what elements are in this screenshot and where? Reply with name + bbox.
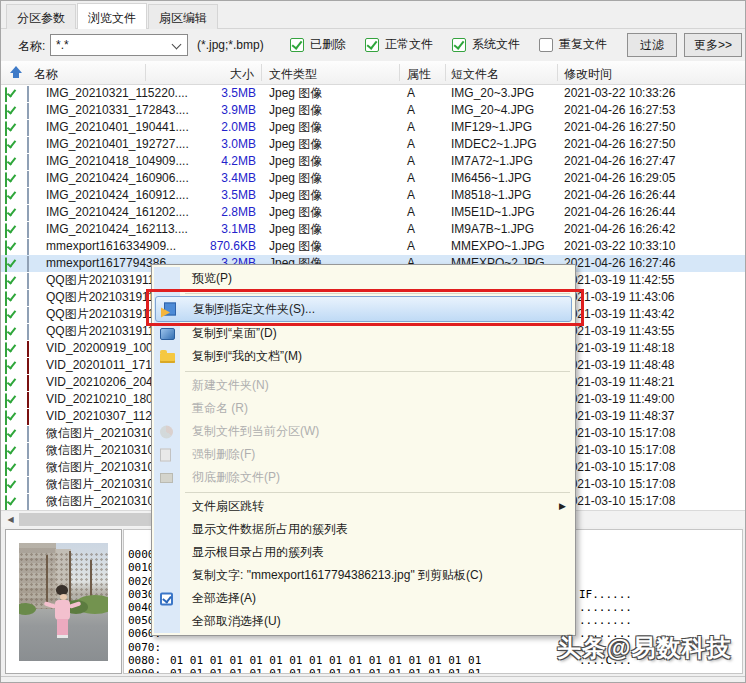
checkbox-checked-icon [5,104,7,120]
column-divider[interactable] [261,64,262,81]
context-menu-item[interactable]: 重命名 (R) [152,397,575,420]
file-attr: A [407,170,447,187]
column-divider[interactable] [557,64,558,81]
menu-item-label: 显示根目录占用的簇列表 [192,545,324,559]
tab-bar: 分区参数 浏览文件 扇区编辑 [1,1,746,29]
context-menu-item[interactable]: 复制文字: "mmexport1617794386213.jpg" 到剪贴板(C… [152,564,575,587]
table-row[interactable]: IMG_20210401_190441.... 2.0MB Jpeg 图像 A … [1,119,746,136]
file-attr: A [407,136,447,153]
file-type: Jpeg 图像 [269,102,401,119]
file-size: 3.4MB [149,170,256,187]
file-attr: A [407,102,447,119]
file-type: Jpeg 图像 [269,136,401,153]
file-type: Jpeg 图像 [269,238,401,255]
context-menu-item[interactable]: 复制到“桌面”(D) [152,322,575,345]
filter-checkbox-item[interactable]: 正常文件 [365,36,433,53]
column-header-shortname[interactable]: 短文件名 [451,66,499,83]
table-row[interactable]: IMG_20210401_192727.... 3.0MB Jpeg 图像 A … [1,136,746,153]
checkbox-icon[interactable] [365,38,379,52]
column-header-size[interactable]: 大小 [151,66,254,83]
file-type-icon [27,375,40,389]
file-modified: 2021-04-26 16:27:47 [564,153,714,170]
menu-item-label: 复制文件到当前分区(W) [192,424,319,438]
context-menu-item[interactable]: 显示文件数据所占用的簇列表 [152,518,575,541]
context-menu-item[interactable]: 新建文件夹(N) [152,374,575,397]
tab-sector-edit[interactable]: 扇区编辑 [148,4,218,29]
table-row[interactable]: IMG_20210418_104909.... 4.2MB Jpeg 图像 A … [1,153,746,170]
checkbox-checked-icon [5,393,7,409]
file-size: 2.0MB [149,119,256,136]
file-type-icon [27,137,40,151]
checkbox-checked-icon [5,444,7,460]
column-header-type[interactable]: 文件类型 [269,66,317,83]
scrollbar-thumb[interactable] [19,513,151,526]
table-row[interactable]: IMG_20210331_172843.... 3.9MB Jpeg 图像 A … [1,102,746,119]
filter-checkbox-item[interactable]: 重复文件 [539,36,607,53]
checkbox-checked-icon [5,172,7,188]
checkbox-checked-icon [5,206,7,222]
column-divider[interactable] [145,64,146,81]
tab-partition-params[interactable]: 分区参数 [6,4,76,29]
file-modified: 2021-03-19 11:49:00 [564,391,714,408]
file-attr: A [407,187,447,204]
menu-item-label: 复制到“我的文档”(M) [192,349,302,363]
table-row[interactable]: IMG_20210424_162113.... 3.1MB Jpeg 图像 A … [1,221,746,238]
file-icon [27,239,29,255]
context-menu-item[interactable]: 复制到“我的文档”(M) [152,345,575,368]
table-row[interactable]: IMG_20210424_160912.... 3.5MB Jpeg 图像 A … [1,187,746,204]
menu-item-label: 复制到指定文件夹(S)... [193,302,315,316]
checkbox-checked-icon [5,87,7,103]
filter-checkbox-item[interactable]: 已删除 [290,36,346,53]
checkbox-checked-icon [5,155,7,171]
column-divider[interactable] [399,64,400,81]
filter-checkbox-item[interactable]: 系统文件 [452,36,520,53]
more-button[interactable]: 更多>> [684,33,742,57]
checkbox-icon[interactable] [452,38,466,52]
file-modified: 2021-04-26 16:26:44 [564,204,714,221]
context-menu-item[interactable]: 显示根目录占用的簇列表 [152,541,575,564]
file-icon [27,120,29,136]
file-modified: 2021-04-26 16:27:50 [564,119,714,136]
file-modified: 2021-03-10 15:17:08 [564,493,714,510]
name-pattern-combobox[interactable]: *.* [50,34,188,56]
table-row[interactable]: mmexport1616334909... 870.6KB Jpeg 图像 A … [1,238,746,255]
menu-item-label: 重命名 (R) [192,401,248,415]
context-menu-item[interactable]: 复制文件到当前分区(W) [152,420,575,443]
context-menu-item[interactable]: 强制删除(F) [152,443,575,466]
extension-hint: (*.jpg;*.bmp) [197,38,264,52]
file-size: 870.6KB [149,238,256,255]
file-icon [27,477,29,493]
column-header-name[interactable]: 名称 [34,66,58,83]
context-menu-item[interactable]: 全部选择(A) [152,587,575,610]
checkbox-checked-icon [5,427,7,443]
table-row[interactable]: IMG_20210424_161202.... 2.8MB Jpeg 图像 A … [1,204,746,221]
checkbox-checked-icon [5,223,7,239]
column-header-modified[interactable]: 修改时间 [564,66,612,83]
context-menu-item[interactable]: 预览(P) [152,267,575,290]
file-modified: 2021-03-22 10:33:26 [564,85,714,102]
context-menu-item[interactable]: 全部取消选择(U) [152,610,575,633]
tab-browse-files[interactable]: 浏览文件 [77,3,147,29]
filter-button[interactable]: 过滤 [627,33,677,57]
context-menu-item[interactable]: 复制到指定文件夹(S)... [155,296,572,322]
file-icon [27,341,29,357]
table-row[interactable]: IMG_20210424_160906.... 3.4MB Jpeg 图像 A … [1,170,746,187]
file-type-icon [27,188,40,202]
file-icon [27,205,29,221]
context-menu-item[interactable]: 彻底删除文件(P) [152,466,575,489]
column-header-attr[interactable]: 属性 [407,66,431,83]
menu-item-label: 复制到“桌面”(D) [192,326,277,340]
file-modified: 2021-04-26 16:27:50 [564,136,714,153]
file-size: 3.9MB [149,102,256,119]
column-divider[interactable] [445,64,446,81]
table-row[interactable]: IMG_20210321_115220.... 3.5MB Jpeg 图像 A … [1,85,746,102]
checkbox-icon[interactable] [539,38,553,52]
file-type-icon [27,341,40,355]
chevron-down-icon[interactable] [172,40,182,50]
context-menu-item[interactable]: 文件扇区跳转 ▶ [152,495,575,518]
scroll-left-button[interactable]: ◀ [3,512,18,527]
file-type: Jpeg 图像 [269,119,401,136]
checkbox-icon[interactable] [290,38,304,52]
file-type-icon [27,358,40,372]
file-size: 3.5MB [149,85,256,102]
